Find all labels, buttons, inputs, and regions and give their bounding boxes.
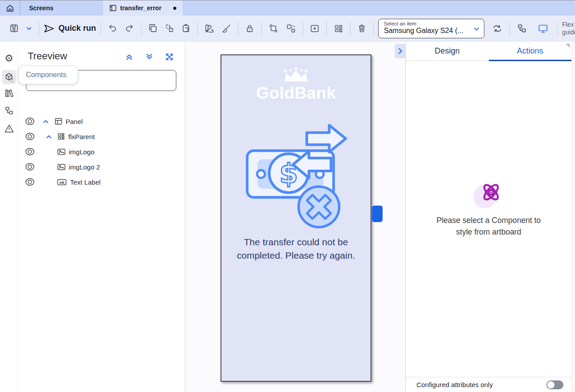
save-button[interactable] [7, 21, 21, 35]
run-icon [44, 24, 54, 33]
save-options-button[interactable] [24, 23, 34, 34]
save-icon [9, 24, 19, 33]
panel-footer: Configured attributes only [406, 377, 571, 392]
tab-transfer-error[interactable]: transfer_error [103, 0, 183, 16]
sidebar-item-components[interactable]: ☝ [2, 70, 16, 84]
tree-node-label: imgLogo 2 [69, 163, 100, 171]
toolbar-separator [261, 22, 262, 35]
lock-icon [245, 24, 254, 33]
duplicate-icon [165, 24, 174, 33]
device-select-dropdown[interactable]: Select an item Samsung Galaxy S24 (... [378, 19, 484, 38]
transfer-error-illustration: $ [242, 123, 350, 231]
copy-icon [148, 24, 158, 33]
tab-design-label: Design [435, 46, 460, 56]
visibility-eye-icon[interactable] [25, 148, 35, 156]
brand-logo: GoldBank [221, 67, 371, 103]
tree-row-panel[interactable]: Panel [18, 114, 185, 129]
sidebar-item-warnings[interactable] [2, 121, 16, 136]
collapse-chevron-icon[interactable] [46, 135, 52, 139]
image-widget-icon [57, 163, 66, 171]
sidebar-item-library[interactable] [2, 86, 16, 100]
toolbar-separator [100, 22, 101, 35]
sync-icon [492, 24, 503, 33]
tab-design[interactable]: Design [406, 41, 489, 60]
collapse-chevron-icon[interactable] [43, 120, 49, 124]
tree-node-label: Text Label [70, 178, 100, 186]
treeview-panel: Treeview Components [18, 41, 185, 392]
collapse-all-button[interactable] [125, 52, 134, 62]
device-select-value: Samsung Galaxy S24 (... [384, 27, 469, 35]
tab-transfer-error-label: transfer_error [120, 4, 162, 12]
components-grid-button[interactable] [331, 21, 346, 36]
skins-button[interactable] [202, 21, 217, 36]
empty-selection-state: Please select a Component to style from … [431, 180, 547, 238]
right-panel-expand-button[interactable] [395, 44, 406, 58]
toolbar-separator [238, 22, 238, 35]
configured-attributes-toggle[interactable] [546, 380, 563, 389]
undo-icon [108, 24, 117, 33]
toolbar-separator [326, 22, 327, 35]
preview-monitor-button[interactable] [535, 21, 551, 36]
tree-row-textlabel[interactable]: AB Text Label [18, 174, 185, 190]
paste-button[interactable] [179, 21, 193, 35]
atom-illustration [473, 180, 504, 208]
widget-drag-handle[interactable] [372, 206, 383, 222]
hierarchy-icon [4, 106, 14, 116]
hierarchy-view-button[interactable] [514, 21, 529, 36]
group-button[interactable] [266, 21, 281, 36]
sidebar-item-hierarchy[interactable] [2, 103, 16, 118]
phone-artboard[interactable]: GoldBank $ [221, 54, 371, 382]
delete-button[interactable] [355, 21, 369, 35]
empty-selection-message: Please select a Component to style from … [431, 215, 547, 238]
sidebar-item-settings[interactable]: ⚙ [2, 51, 16, 66]
redo-button[interactable] [122, 21, 137, 36]
tree-row-imglogo2[interactable]: imgLogo 2 [18, 159, 185, 174]
text-label-widget-icon: AB [57, 179, 67, 186]
scrollbar[interactable] [571, 41, 575, 392]
double-chevron-up-icon [125, 52, 134, 62]
left-icon-rail: ⚙ ☝ [0, 41, 18, 392]
tab-screens[interactable]: Screens [20, 0, 103, 16]
toolbar-separator [303, 22, 303, 35]
flex-guides-label: Flex guides [562, 21, 575, 36]
quick-run-button[interactable]: Quick run [44, 24, 96, 33]
properties-panel: Design Actions Please select a Component [405, 41, 571, 392]
undo-button[interactable] [105, 21, 120, 36]
format-painter-button[interactable] [219, 21, 233, 36]
visibility-eye-icon[interactable] [25, 178, 35, 186]
tab-screens-label: Screens [29, 4, 53, 12]
visibility-eye-icon[interactable] [25, 132, 35, 140]
toolbar-separator [39, 22, 39, 35]
trash-icon [357, 24, 367, 33]
artboard-canvas[interactable]: GoldBank $ [186, 41, 405, 392]
lock-button[interactable] [243, 21, 257, 35]
properties-tabs: Design Actions [406, 41, 571, 61]
brush-icon [221, 24, 231, 33]
duplicate-button[interactable] [162, 21, 176, 35]
toolbar-separator [141, 22, 142, 35]
visibility-eye-icon[interactable] [25, 117, 35, 125]
toggle-knob [547, 381, 554, 388]
sync-button[interactable] [490, 21, 505, 36]
visibility-eye-icon[interactable] [25, 163, 35, 171]
widget-tree: Panel flxParent [18, 114, 185, 190]
palette-icon [204, 24, 214, 33]
add-container-button[interactable] [308, 21, 322, 36]
tree-row-imglogo[interactable]: imgLogo [18, 144, 185, 159]
toolbar-separator [509, 22, 510, 35]
device-select-label: Select an item [384, 21, 479, 26]
hand-cursor: ☝ [9, 75, 14, 84]
home-icon [6, 4, 14, 12]
expand-panel-button[interactable] [165, 52, 174, 62]
atom-icon [479, 180, 504, 205]
copy-button[interactable] [146, 21, 160, 35]
expand-all-button[interactable] [145, 52, 154, 62]
tree-row-flxparent[interactable]: flxParent [18, 129, 185, 144]
tree-structure-icon [517, 23, 527, 33]
treeview-header-actions [125, 52, 174, 62]
ungroup-button[interactable] [283, 21, 298, 36]
tab-actions[interactable]: Actions [489, 41, 572, 60]
flex-container-icon [57, 132, 65, 140]
ab-icon: AB [57, 179, 67, 186]
home-button[interactable] [0, 0, 20, 16]
